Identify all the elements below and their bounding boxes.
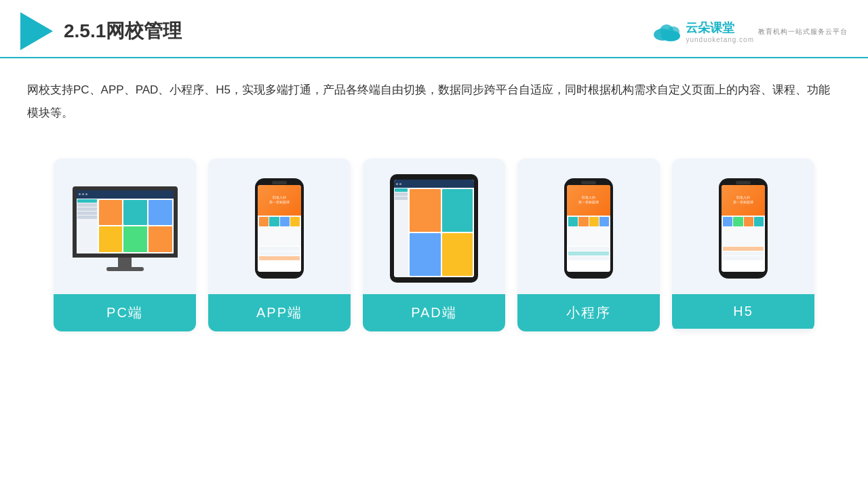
phone-mockup-miniapp: 职途人的第一堂刷题课 [564,178,613,279]
monitor-screen [73,186,178,258]
card-pad: PAD端 [363,159,505,331]
brand-name: 云朵课堂 yunduoketang.com [686,20,754,43]
header-left: 2.5.1网校管理 [20,12,182,50]
card-h5-label: H5 [672,294,814,329]
svg-point-3 [667,26,679,37]
logo-triangle-icon [20,12,53,50]
cards-section: PC端 职途人的第一堂刷题课 [0,138,868,352]
card-pc-label: PC端 [54,294,196,331]
tablet-screen [394,180,474,277]
card-pad-image [363,159,505,294]
brand-tagline: 教育机构一站式服务云平台 [758,27,848,37]
card-pc: PC端 [54,159,196,331]
description-text: 网校支持PC、APP、PAD、小程序、H5，实现多端打通，产品各终端自由切换，数… [0,58,868,131]
cloud-logo-group: 云朵课堂 yunduoketang.com 教育机构一站式服务云平台 [652,20,848,43]
card-pc-image [54,159,196,294]
card-pad-label: PAD端 [363,294,505,331]
card-app-image: 职途人的第一堂刷题课 [208,159,351,294]
monitor-mockup [73,186,178,271]
phone-screen-h5: 职途人的第一堂刷题课 [722,185,765,272]
card-app: 职途人的第一堂刷题课 [208,159,351,331]
phone-screen-app: 职途人的第一堂刷题课 [258,185,301,272]
card-miniapp-image: 职途人的第一堂刷题课 [517,159,660,294]
card-miniapp: 职途人的第一堂刷题课 [517,159,660,331]
phone-mockup-app: 职途人的第一堂刷题课 [255,178,304,279]
brand-logo: 云朵课堂 yunduoketang.com 教育机构一站式服务云平台 [652,20,848,43]
page-title: 2.5.1网校管理 [64,18,182,44]
card-h5: 职途人的第一堂刷题课 [672,159,814,331]
section-number: 2.5.1 [64,20,106,41]
card-miniapp-label: 小程序 [517,294,660,331]
phone-mockup-h5: 职途人的第一堂刷题课 [719,178,768,279]
header: 2.5.1网校管理 云朵课堂 yunduoketang.com 教育机构一站式服… [0,0,868,58]
card-h5-image: 职途人的第一堂刷题课 [672,159,814,294]
title-text: 网校管理 [106,20,182,41]
cloud-icon [652,21,682,41]
card-app-label: APP端 [208,294,351,331]
tablet-mockup [390,174,478,283]
phone-screen-miniapp: 职途人的第一堂刷题课 [567,185,610,272]
